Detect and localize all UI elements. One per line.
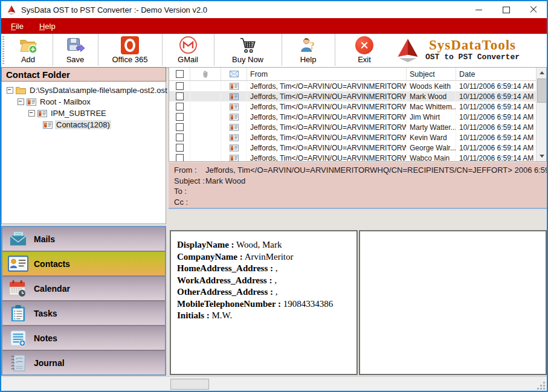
contact-folder-header: Contact Folder	[1, 67, 166, 82]
gmail-button[interactable]: GMail	[162, 34, 214, 66]
row-checkbox[interactable]	[176, 154, 184, 162]
nav-tasks[interactable]: Tasks	[2, 301, 165, 326]
nav-notes[interactable]: Notes	[2, 326, 165, 351]
nav-label: Contacts	[34, 259, 70, 269]
collapse-expander-icon[interactable]	[28, 110, 35, 117]
exit-button[interactable]: Exit	[335, 34, 394, 66]
mails-icon	[8, 230, 28, 248]
mail-list: From Subject Date Jeffords, Tim</O=ARVIN…	[169, 67, 547, 162]
cell-subject: Kevin Ward	[407, 132, 456, 143]
brand-area: SysDataTools OST to PST Converter	[394, 34, 547, 66]
menu-help[interactable]: Help	[33, 22, 62, 31]
mail-row[interactable]: Jeffords, Tim</O=ARVIN/OU=ARVINMERITORW.…	[169, 153, 546, 162]
close-button[interactable]	[520, 1, 547, 18]
journal-icon	[8, 354, 28, 372]
cell-date: 10/11/2006 6:59:14 AM	[456, 153, 537, 162]
tree-item-root-mailbox[interactable]: Root - Mailbox	[2, 96, 166, 108]
svg-text:?: ?	[310, 40, 315, 50]
cell-subject: Jim Whirt	[407, 112, 456, 122]
cell-from: Jeffords, Tim</O=ARVIN/OU=ARVINMERITORW.…	[247, 101, 407, 112]
field-label: Initials :	[177, 310, 210, 320]
row-checkbox[interactable]	[176, 133, 184, 141]
status-bar	[1, 376, 547, 391]
mail-row[interactable]: Jeffords, Tim</O=ARVIN/OU=ARVINMERITORW.…	[169, 81, 546, 91]
mail-row[interactable]: Jeffords, Tim</O=ARVIN/OU=ARVINMERITORW.…	[169, 132, 546, 143]
row-checkbox[interactable]	[176, 92, 184, 100]
collapse-expander-icon[interactable]	[18, 98, 24, 105]
mail-row[interactable]: Jeffords, Tim</O=ARVIN/OU=ARVINMERITORW.…	[169, 143, 546, 153]
maximize-icon	[503, 7, 510, 13]
attachment-column-header[interactable]	[190, 68, 221, 80]
mail-column-header[interactable]	[221, 68, 247, 80]
nav-journal[interactable]: Journal	[2, 351, 165, 374]
paperclip-icon	[202, 69, 208, 79]
office365-label: Office 365	[112, 55, 147, 64]
contact-card-icon	[230, 93, 239, 100]
field-value: ,	[276, 263, 278, 273]
gmail-label: GMail	[178, 55, 198, 64]
contact-card-icon	[27, 98, 36, 106]
tree-item-contacts[interactable]: Contacts(1208)	[2, 119, 166, 130]
select-all-checkbox[interactable]	[176, 70, 184, 78]
field-label: DisplayName :	[177, 240, 234, 249]
cell-from: Jeffords, Tim</O=ARVIN/OU=ARVINMERITORW.…	[247, 132, 407, 143]
cell-date: 10/11/2006 6:59:14 AM	[456, 122, 537, 132]
tree-item-ipm-subtree[interactable]: IPM_SUBTREE	[2, 108, 166, 119]
add-folder-icon	[19, 35, 38, 55]
minimize-button[interactable]	[465, 1, 492, 18]
scroll-up-button[interactable]	[537, 68, 547, 78]
contact-card-icon	[230, 144, 239, 152]
resize-grip-icon[interactable]	[536, 381, 545, 390]
cell-date: 10/11/2006 6:59:14 AM	[456, 112, 537, 122]
cell-subject: George Walr...	[407, 143, 456, 153]
from-column-header[interactable]: From	[247, 68, 407, 80]
mail-list-scrollbar[interactable]	[536, 68, 546, 161]
nav-label: Journal	[34, 358, 65, 368]
field-label: WorkAddress_Address :	[177, 275, 272, 285]
row-checkbox[interactable]	[176, 123, 184, 131]
tree-label: D:\SysData\sample-file\sample-ost2.ost	[28, 86, 169, 95]
mail-row[interactable]: Jeffords, Tim</O=ARVIN/OU=ARVINMERITORW.…	[169, 122, 546, 132]
menu-file[interactable]: File	[5, 22, 30, 31]
help-button[interactable]: ? Help	[282, 34, 335, 66]
maximize-button[interactable]	[492, 1, 520, 18]
notes-icon	[8, 329, 28, 347]
cc-label: Cc :	[174, 198, 205, 207]
cell-date: 10/11/2006 6:59:14 AM	[456, 91, 537, 101]
from-value: Jeffords, Tim</O=ARVIN/OU=ARVINMERITORWH…	[205, 165, 547, 175]
arrow-up-icon	[540, 71, 544, 74]
add-button[interactable]: Add	[4, 34, 53, 66]
date-column-header[interactable]: Date	[456, 68, 537, 80]
nav-calendar[interactable]: Calendar	[2, 277, 165, 301]
contact-card-icon	[37, 110, 47, 117]
nav-mails[interactable]: Mails	[2, 227, 165, 252]
subject-column-header[interactable]: Subject	[407, 68, 456, 80]
scrollbar-thumb[interactable]	[537, 79, 547, 103]
tree-item-ost-file[interactable]: D:\SysData\sample-file\sample-ost2.ost	[2, 85, 166, 96]
mail-row[interactable]: Jeffords, Tim</O=ARVIN/OU=ARVINMERITORW.…	[169, 112, 546, 122]
save-button[interactable]: Save	[53, 34, 98, 66]
row-checkbox[interactable]	[176, 82, 184, 90]
close-icon	[530, 6, 537, 13]
collapse-expander-icon[interactable]	[7, 87, 13, 94]
row-checkbox[interactable]	[176, 113, 184, 121]
cell-date: 10/11/2006 6:59:14 AM	[456, 101, 537, 112]
office365-button[interactable]: Office 365	[98, 34, 163, 66]
tree-label: Root - Mailbox	[39, 97, 92, 106]
help-person-icon: ?	[299, 35, 317, 55]
buy-now-button[interactable]: Buy Now	[214, 34, 282, 66]
field-label: OtherAddress_Address :	[177, 287, 273, 297]
contact-notes-panel	[359, 230, 547, 375]
field-value: Wood, Mark	[236, 240, 282, 249]
horizontal-scrollbar-thumb[interactable]	[170, 379, 209, 390]
brand-tagline: OST to PST Converter	[425, 53, 520, 62]
row-checkbox[interactable]	[176, 103, 184, 111]
mail-row[interactable]: Jeffords, Tim</O=ARVIN/OU=ARVINMERITORW.…	[169, 101, 546, 112]
field-value: ,	[276, 287, 278, 297]
folder-icon	[16, 86, 26, 94]
mail-row-selected[interactable]: Jeffords, Tim</O=ARVIN/OU=ARVINMERITORW.…	[169, 91, 546, 101]
scroll-down-button[interactable]	[537, 151, 547, 161]
nav-contacts[interactable]: Contacts	[2, 252, 165, 277]
app-window: SysData OST to PST Converter :- Demo Ver…	[0, 0, 548, 392]
row-checkbox[interactable]	[176, 144, 184, 152]
